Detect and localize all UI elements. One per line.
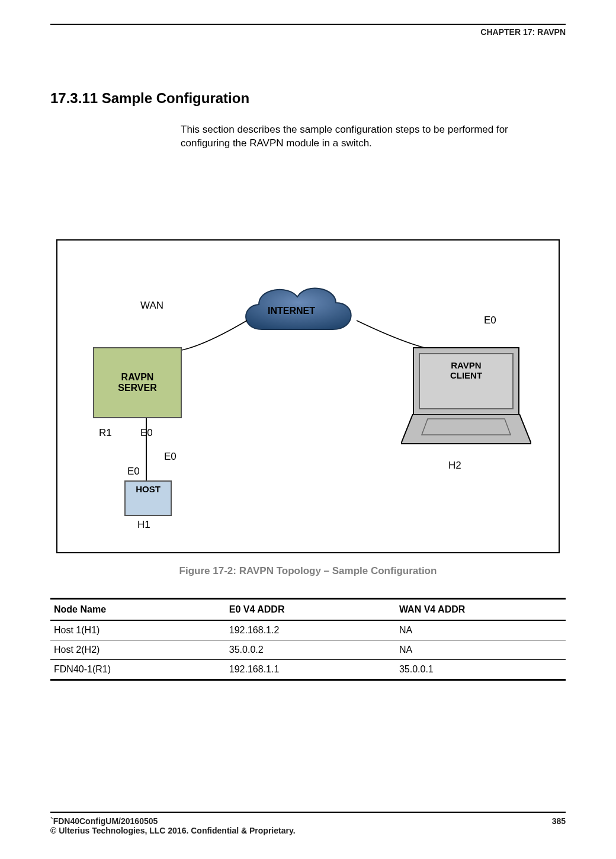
th-wan-addr: WAN V4 ADDR [396,598,566,620]
topology-diagram: INTERNET RAVPN SERVER HOST RAVPN CLIENT … [56,239,560,553]
h2-label: H2 [448,460,461,472]
e0-right-label: E0 [484,315,496,326]
laptop-screen-icon: RAVPN CLIENT [413,347,519,415]
section-heading: 17.3.11 Sample Configuration [50,90,566,107]
cell-node: FDN40-1(R1) [50,659,226,679]
th-e0-addr: E0 V4 ADDR [226,598,396,620]
th-node-name: Node Name [50,598,226,620]
ravpn-client-node: RAVPN CLIENT [401,347,531,454]
cell-wan: 35.0.0.1 [396,659,566,679]
host-node: HOST [124,480,172,516]
section-body: This section describes the sample config… [181,123,560,150]
cell-e0: 192.168.1.1 [226,659,396,679]
ravpn-server-node: RAVPN SERVER [93,347,182,418]
ravpn-client-label: RAVPN CLIENT [419,353,514,409]
copyright: © Ulterius Technologies, LLC 2016. Confi… [50,826,566,835]
cell-e0: 192.168.1.2 [226,620,396,640]
e0-below-server-label: E0 [140,427,153,439]
wan-label: WAN [140,300,163,312]
r1-label: R1 [99,427,112,439]
cell-node: Host 1(H1) [50,620,226,640]
table-row: Host 1(H1) 192.168.1.2 NA [50,620,566,640]
doc-id: `FDN40ConfigUM/20160505 [50,816,158,826]
cell-e0: 35.0.0.2 [226,640,396,659]
e0-mid-label: E0 [164,451,177,463]
header-rule [50,24,566,25]
figure-caption: Figure 17-2: RAVPN Topology – Sample Con… [50,565,566,577]
cell-wan: NA [396,620,566,640]
cell-wan: NA [396,640,566,659]
table-row: FDN40-1(R1) 192.168.1.1 35.0.0.1 [50,659,566,679]
h1-label: H1 [137,519,150,531]
table-row: Host 2(H2) 35.0.0.2 NA [50,640,566,659]
page-footer: `FDN40ConfigUM/20160505 385 © Ulterius T… [50,812,566,835]
page-number: 385 [552,816,566,826]
laptop-base-icon [401,414,531,447]
address-table: Node Name E0 V4 ADDR WAN V4 ADDR Host 1(… [50,598,566,681]
e0-host-label: E0 [127,466,140,477]
chapter-header: CHAPTER 17: RAVPN [50,27,566,37]
cell-node: Host 2(H2) [50,640,226,659]
